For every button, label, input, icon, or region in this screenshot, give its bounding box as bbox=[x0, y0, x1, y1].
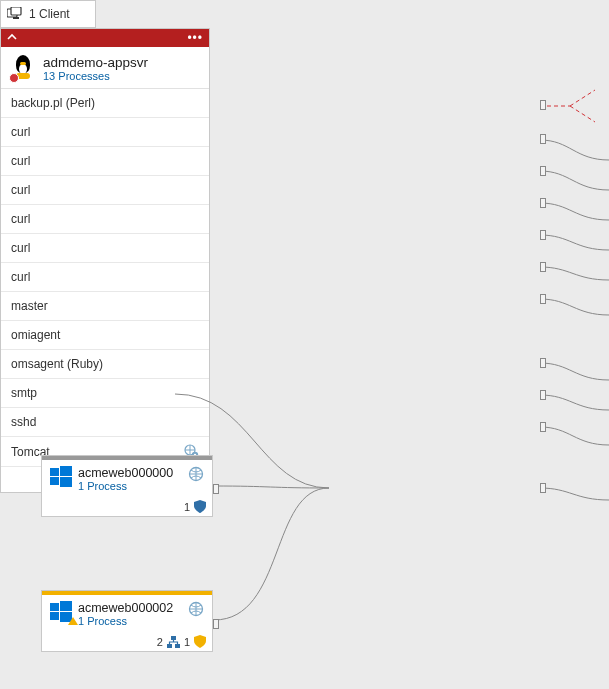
process-name: omiagent bbox=[11, 328, 60, 342]
network-icon bbox=[167, 636, 180, 648]
server-node-acmeweb000000[interactable]: acmeweb000000 1 Process 1 bbox=[41, 455, 213, 517]
linux-icon bbox=[11, 55, 35, 81]
process-name: curl bbox=[11, 125, 30, 139]
port-out bbox=[213, 484, 219, 494]
svg-rect-6 bbox=[167, 644, 172, 648]
process-list: backup.pl (Perl) curl curl curl curl cur… bbox=[1, 89, 209, 467]
client-label: 1 Client bbox=[29, 7, 70, 21]
svg-rect-2 bbox=[13, 17, 19, 19]
process-name: curl bbox=[11, 241, 30, 255]
server-process-count: 13 Processes bbox=[43, 70, 148, 82]
process-name: sshd bbox=[11, 415, 36, 429]
process-name: backup.pl (Perl) bbox=[11, 96, 95, 110]
process-item[interactable]: curl bbox=[1, 147, 209, 176]
collapse-icon[interactable] bbox=[7, 32, 17, 44]
process-name: curl bbox=[11, 270, 30, 284]
process-item[interactable]: omsagent (Ruby) bbox=[1, 350, 209, 379]
process-item[interactable]: curl bbox=[1, 263, 209, 292]
alert-badge-icon bbox=[9, 73, 19, 83]
process-name: curl bbox=[11, 154, 30, 168]
svg-rect-7 bbox=[175, 644, 180, 648]
globe-icon bbox=[188, 601, 204, 617]
server-name: admdemo-appsvr bbox=[43, 55, 148, 70]
process-name: omsagent (Ruby) bbox=[11, 357, 103, 371]
footer-count-1: 2 bbox=[157, 636, 163, 648]
shield-warning-icon bbox=[194, 635, 206, 648]
process-item[interactable]: curl bbox=[1, 205, 209, 234]
port-out bbox=[213, 619, 219, 629]
svg-rect-5 bbox=[171, 636, 176, 640]
process-name: master bbox=[11, 299, 48, 313]
process-name: curl bbox=[11, 212, 30, 226]
process-item[interactable]: curl bbox=[1, 176, 209, 205]
footer-count: 1 bbox=[184, 501, 190, 513]
shield-icon bbox=[194, 500, 206, 513]
server-node-admdemo-appsvr[interactable]: ••• admdemo-appsvr 13 Processes backup.p… bbox=[0, 28, 210, 493]
windows-icon bbox=[50, 466, 72, 488]
footer-count-2: 1 bbox=[184, 636, 190, 648]
client-group-node[interactable]: 1 Client bbox=[0, 0, 96, 28]
process-name: smtp bbox=[11, 386, 37, 400]
server-name: acmeweb000000 bbox=[78, 466, 173, 480]
process-item[interactable]: backup.pl (Perl) bbox=[1, 89, 209, 118]
process-item[interactable]: omiagent bbox=[1, 321, 209, 350]
process-item[interactable]: curl bbox=[1, 118, 209, 147]
warning-icon bbox=[68, 617, 78, 625]
server-name: acmeweb000002 bbox=[78, 601, 173, 615]
process-item[interactable]: sshd bbox=[1, 408, 209, 437]
server-node-acmeweb000002[interactable]: acmeweb000002 1 Process 2 1 bbox=[41, 590, 213, 652]
node-header[interactable]: ••• bbox=[1, 29, 209, 47]
process-item[interactable]: curl bbox=[1, 234, 209, 263]
process-item[interactable]: master bbox=[1, 292, 209, 321]
process-item[interactable]: smtp bbox=[1, 379, 209, 408]
server-process-count: 1 Process bbox=[78, 480, 173, 492]
clients-icon bbox=[7, 7, 23, 21]
svg-rect-1 bbox=[11, 7, 21, 15]
process-name: curl bbox=[11, 183, 30, 197]
server-process-count: 1 Process bbox=[78, 615, 173, 627]
more-icon[interactable]: ••• bbox=[187, 31, 203, 45]
globe-icon bbox=[188, 466, 204, 482]
